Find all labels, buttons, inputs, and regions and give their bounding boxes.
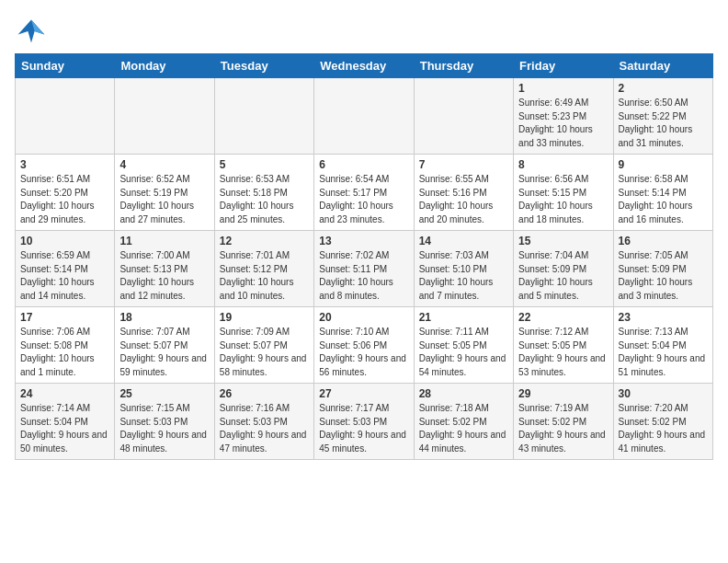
calendar-cell: 26Sunrise: 7:16 AM Sunset: 5:03 PM Dayli…	[214, 384, 313, 460]
day-info: Sunrise: 7:14 AM Sunset: 5:04 PM Dayligh…	[20, 402, 109, 455]
day-info: Sunrise: 6:56 AM Sunset: 5:15 PM Dayligh…	[518, 173, 608, 226]
day-info: Sunrise: 7:18 AM Sunset: 5:02 PM Dayligh…	[419, 402, 508, 455]
calendar-cell: 6Sunrise: 6:54 AM Sunset: 5:17 PM Daylig…	[314, 155, 414, 231]
day-number: 8	[518, 158, 608, 171]
day-info: Sunrise: 7:03 AM Sunset: 5:10 PM Dayligh…	[419, 249, 508, 303]
calendar-cell: 21Sunrise: 7:11 AM Sunset: 5:05 PM Dayli…	[414, 307, 513, 384]
calendar-cell: 5Sunrise: 6:53 AM Sunset: 5:18 PM Daylig…	[214, 155, 313, 231]
weekday-header-sunday: Sunday	[16, 54, 115, 78]
day-number: 15	[518, 235, 608, 247]
logo	[15, 15, 51, 48]
day-number: 4	[119, 158, 209, 171]
day-info: Sunrise: 6:51 AM Sunset: 5:20 PM Dayligh…	[20, 173, 109, 226]
day-number: 24	[20, 387, 109, 400]
day-info: Sunrise: 7:06 AM Sunset: 5:08 PM Dayligh…	[20, 326, 109, 379]
calendar-cell: 15Sunrise: 7:04 AM Sunset: 5:09 PM Dayli…	[514, 231, 613, 307]
calendar-cell: 18Sunrise: 7:07 AM Sunset: 5:07 PM Dayli…	[115, 307, 214, 384]
weekday-header-tuesday: Tuesday	[214, 54, 313, 78]
day-number: 27	[319, 387, 408, 400]
weekday-header-row: SundayMondayTuesdayWednesdayThursdayFrid…	[16, 54, 713, 78]
day-number: 22	[518, 311, 608, 324]
calendar-table: SundayMondayTuesdayWednesdayThursdayFrid…	[15, 53, 713, 460]
day-number: 12	[220, 235, 309, 247]
calendar-cell: 19Sunrise: 7:09 AM Sunset: 5:07 PM Dayli…	[214, 307, 313, 384]
calendar-cell: 29Sunrise: 7:19 AM Sunset: 5:02 PM Dayli…	[514, 384, 613, 460]
day-info: Sunrise: 7:19 AM Sunset: 5:02 PM Dayligh…	[518, 402, 608, 455]
day-number: 17	[20, 311, 109, 324]
calendar-cell	[115, 78, 214, 155]
day-info: Sunrise: 6:53 AM Sunset: 5:18 PM Dayligh…	[220, 173, 309, 226]
calendar-week-3: 10Sunrise: 6:59 AM Sunset: 5:14 PM Dayli…	[16, 231, 713, 307]
day-number: 5	[220, 158, 309, 171]
day-info: Sunrise: 7:04 AM Sunset: 5:09 PM Dayligh…	[518, 249, 608, 303]
calendar-cell: 27Sunrise: 7:17 AM Sunset: 5:03 PM Dayli…	[314, 384, 414, 460]
page-header	[15, 15, 713, 48]
day-number: 29	[518, 387, 608, 400]
calendar-cell: 17Sunrise: 7:06 AM Sunset: 5:08 PM Dayli…	[16, 307, 115, 384]
calendar-cell: 1Sunrise: 6:49 AM Sunset: 5:23 PM Daylig…	[514, 78, 613, 155]
day-info: Sunrise: 7:00 AM Sunset: 5:13 PM Dayligh…	[119, 249, 209, 303]
day-info: Sunrise: 6:58 AM Sunset: 5:14 PM Dayligh…	[619, 173, 708, 226]
day-number: 23	[619, 311, 708, 324]
calendar-cell: 4Sunrise: 6:52 AM Sunset: 5:19 PM Daylig…	[115, 155, 214, 231]
weekday-header-thursday: Thursday	[414, 54, 513, 78]
calendar-week-4: 17Sunrise: 7:06 AM Sunset: 5:08 PM Dayli…	[16, 307, 713, 384]
weekday-header-wednesday: Wednesday	[314, 54, 414, 78]
calendar-cell: 7Sunrise: 6:55 AM Sunset: 5:16 PM Daylig…	[414, 155, 513, 231]
calendar-week-2: 3Sunrise: 6:51 AM Sunset: 5:20 PM Daylig…	[16, 155, 713, 231]
calendar-cell: 12Sunrise: 7:01 AM Sunset: 5:12 PM Dayli…	[214, 231, 313, 307]
day-info: Sunrise: 6:54 AM Sunset: 5:17 PM Dayligh…	[319, 173, 408, 226]
day-info: Sunrise: 6:55 AM Sunset: 5:16 PM Dayligh…	[419, 173, 508, 226]
day-info: Sunrise: 6:59 AM Sunset: 5:14 PM Dayligh…	[20, 249, 109, 303]
day-info: Sunrise: 7:15 AM Sunset: 5:03 PM Dayligh…	[119, 402, 209, 455]
calendar-cell: 28Sunrise: 7:18 AM Sunset: 5:02 PM Dayli…	[414, 384, 513, 460]
day-info: Sunrise: 7:12 AM Sunset: 5:05 PM Dayligh…	[518, 326, 608, 379]
day-number: 30	[619, 387, 708, 400]
day-number: 16	[619, 235, 708, 247]
weekday-header-friday: Friday	[514, 54, 613, 78]
day-info: Sunrise: 7:01 AM Sunset: 5:12 PM Dayligh…	[220, 249, 309, 303]
calendar-cell	[214, 78, 313, 155]
calendar-cell: 25Sunrise: 7:15 AM Sunset: 5:03 PM Dayli…	[115, 384, 214, 460]
day-number: 20	[319, 311, 408, 324]
day-number: 10	[20, 235, 109, 247]
calendar-cell: 22Sunrise: 7:12 AM Sunset: 5:05 PM Dayli…	[514, 307, 613, 384]
calendar-cell: 3Sunrise: 6:51 AM Sunset: 5:20 PM Daylig…	[16, 155, 115, 231]
calendar-cell: 8Sunrise: 6:56 AM Sunset: 5:15 PM Daylig…	[514, 155, 613, 231]
day-number: 25	[119, 387, 209, 400]
calendar-cell	[16, 78, 115, 155]
day-info: Sunrise: 7:07 AM Sunset: 5:07 PM Dayligh…	[119, 326, 209, 379]
day-number: 6	[319, 158, 408, 171]
calendar-cell: 20Sunrise: 7:10 AM Sunset: 5:06 PM Dayli…	[314, 307, 414, 384]
calendar-cell	[414, 78, 513, 155]
calendar-cell: 24Sunrise: 7:14 AM Sunset: 5:04 PM Dayli…	[16, 384, 115, 460]
day-number: 18	[119, 311, 209, 324]
day-number: 21	[419, 311, 508, 324]
day-number: 14	[419, 235, 508, 247]
day-info: Sunrise: 7:16 AM Sunset: 5:03 PM Dayligh…	[220, 402, 309, 455]
calendar-cell: 13Sunrise: 7:02 AM Sunset: 5:11 PM Dayli…	[314, 231, 414, 307]
day-info: Sunrise: 7:20 AM Sunset: 5:02 PM Dayligh…	[619, 402, 708, 455]
day-info: Sunrise: 6:50 AM Sunset: 5:22 PM Dayligh…	[619, 97, 708, 150]
calendar-cell: 11Sunrise: 7:00 AM Sunset: 5:13 PM Dayli…	[115, 231, 214, 307]
calendar-week-5: 24Sunrise: 7:14 AM Sunset: 5:04 PM Dayli…	[16, 384, 713, 460]
day-number: 19	[220, 311, 309, 324]
logo-icon	[15, 15, 48, 48]
day-number: 26	[220, 387, 309, 400]
calendar-cell: 2Sunrise: 6:50 AM Sunset: 5:22 PM Daylig…	[613, 78, 712, 155]
calendar-cell: 9Sunrise: 6:58 AM Sunset: 5:14 PM Daylig…	[613, 155, 712, 231]
day-info: Sunrise: 7:02 AM Sunset: 5:11 PM Dayligh…	[319, 249, 408, 303]
calendar-cell: 10Sunrise: 6:59 AM Sunset: 5:14 PM Dayli…	[16, 231, 115, 307]
day-info: Sunrise: 6:52 AM Sunset: 5:19 PM Dayligh…	[119, 173, 209, 226]
day-number: 1	[518, 82, 608, 95]
day-number: 11	[119, 235, 209, 247]
day-number: 28	[419, 387, 508, 400]
day-number: 3	[20, 158, 109, 171]
day-info: Sunrise: 6:49 AM Sunset: 5:23 PM Dayligh…	[518, 97, 608, 150]
day-info: Sunrise: 7:09 AM Sunset: 5:07 PM Dayligh…	[220, 326, 309, 379]
day-info: Sunrise: 7:17 AM Sunset: 5:03 PM Dayligh…	[319, 402, 408, 455]
day-info: Sunrise: 7:13 AM Sunset: 5:04 PM Dayligh…	[619, 326, 708, 379]
day-info: Sunrise: 7:11 AM Sunset: 5:05 PM Dayligh…	[419, 326, 508, 379]
calendar-cell: 14Sunrise: 7:03 AM Sunset: 5:10 PM Dayli…	[414, 231, 513, 307]
calendar-cell: 16Sunrise: 7:05 AM Sunset: 5:09 PM Dayli…	[613, 231, 712, 307]
